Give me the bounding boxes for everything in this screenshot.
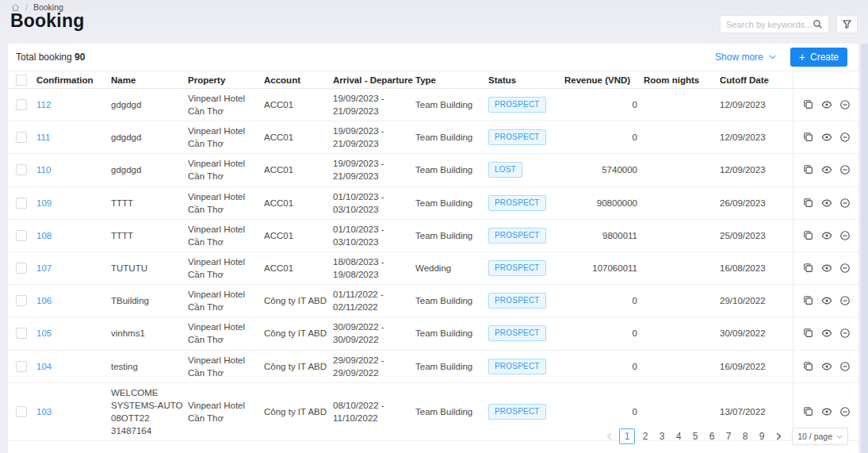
confirmation-link[interactable]: 103 [36,407,52,417]
confirmation-link[interactable]: 110 [36,165,51,175]
copy-action-button[interactable] [802,328,814,340]
filter-button[interactable] [836,15,858,33]
remove-action-button[interactable] [839,164,851,176]
account-cell: Công ty IT ABD [264,324,333,343]
page-size-select[interactable]: 10 / page [792,428,848,445]
copy-action-button[interactable] [802,99,814,111]
remove-action-button[interactable] [839,263,851,274]
confirmation-link[interactable]: 112 [36,100,51,109]
view-action-button[interactable] [820,360,832,372]
copy-action-button[interactable] [802,295,814,307]
arrival-departure-cell: 19/09/2023 - 21/09/2023 [333,121,415,153]
pagination-page-4[interactable]: 4 [672,428,685,444]
row-checkbox[interactable] [16,164,27,175]
chevron-right-icon [776,432,782,440]
pagination-prev-button[interactable] [602,428,615,444]
total-booking: Total booking 90 [16,52,85,63]
remove-action-button[interactable] [839,99,851,111]
copy-action-button[interactable] [802,263,814,274]
total-booking-label: Total booking [16,52,72,63]
copy-action-button[interactable] [802,164,814,176]
row-checkbox[interactable] [16,361,27,372]
view-action-button[interactable] [820,132,832,144]
row-checkbox[interactable] [16,328,27,339]
row-checkbox[interactable] [16,198,27,209]
pagination-page-1[interactable]: 1 [619,428,635,444]
row-checkbox[interactable] [16,263,27,274]
table-row: 106 TBuilding Vinpearl Hotel Cần Thơ Côn… [8,285,858,317]
view-action-button[interactable] [820,164,832,176]
row-checkbox[interactable] [16,406,27,417]
remove-action-button[interactable] [839,132,851,144]
remove-action-button[interactable] [839,328,851,340]
toolbar-right: Show more + Create [715,48,847,67]
remove-action-button[interactable] [839,295,851,307]
table-row: 104 testing Vinpearl Hotel Cần Thơ Công … [8,351,858,383]
confirmation-link[interactable]: 104 [36,362,52,371]
view-action-button[interactable] [820,229,832,241]
type-cell: Team Building [415,357,488,376]
property-cell: Vinpearl Hotel Cần Thơ [188,396,264,428]
confirmation-link[interactable]: 108 [36,231,52,240]
revenue-cell: 0 [564,128,644,147]
confirmation-link[interactable]: 105 [36,328,52,338]
row-checkbox[interactable] [16,132,27,143]
column-header-property[interactable]: Property [188,75,264,85]
pagination-page-9[interactable]: 9 [755,428,768,444]
copy-action-button[interactable] [802,360,814,372]
status-badge: PROSPECT [488,260,546,276]
chevron-down-icon [769,55,776,60]
view-action-button[interactable] [820,263,832,274]
create-button[interactable]: + Create [790,48,847,67]
confirmation-link[interactable]: 106 [36,296,52,305]
remove-action-button[interactable] [839,229,851,241]
confirmation-link[interactable]: 111 [36,132,50,142]
copy-action-button[interactable] [802,229,814,241]
pagination-page-8[interactable]: 8 [739,428,751,444]
pagination-page-7[interactable]: 7 [722,428,735,444]
view-action-button[interactable] [820,328,832,340]
pagination-next-button[interactable] [772,428,785,444]
type-cell: Team Building [415,160,488,179]
view-action-button[interactable] [820,197,832,209]
search-box[interactable] [720,15,829,33]
revenue-cell: 9800011 [564,226,644,245]
column-header-cutoff-date[interactable]: Cutoff Date [720,75,793,85]
column-header-account[interactable]: Account [264,75,333,85]
column-header-confirmation[interactable]: Confirmation [36,75,111,85]
view-action-button[interactable] [820,295,832,307]
column-header-revenue[interactable]: Revenue (VND) [564,75,644,85]
row-checkbox[interactable] [16,295,27,306]
select-all-checkbox[interactable] [16,75,27,86]
minus-circle-icon [839,99,851,110]
pagination-page-3[interactable]: 3 [656,428,668,444]
view-action-button[interactable] [820,405,832,417]
minus-circle-icon [839,295,851,306]
column-header-status[interactable]: Status [488,75,564,85]
search-input[interactable] [726,20,813,29]
account-cell: ACC01 [264,226,333,245]
pagination-page-5[interactable]: 5 [689,428,702,444]
confirmation-link[interactable]: 107 [36,263,52,273]
pagination-page-6[interactable]: 6 [705,428,718,444]
column-header-name[interactable]: Name [111,75,188,85]
vertical-scrollbar[interactable] [861,44,868,453]
view-action-button[interactable] [820,99,832,111]
copy-action-button[interactable] [802,405,814,417]
copy-action-button[interactable] [802,197,814,209]
room-nights-cell [644,167,720,173]
row-checkbox[interactable] [16,230,27,241]
column-header-arrival-departure[interactable]: Arrival - Departure [333,75,415,85]
copy-action-button[interactable] [802,132,814,144]
column-header-room-nights[interactable]: Room nights [644,75,720,85]
column-header-type[interactable]: Type [415,75,488,85]
show-more-button[interactable]: Show more [715,52,776,63]
remove-action-button[interactable] [839,197,851,209]
remove-action-button[interactable] [839,360,851,372]
remove-action-button[interactable] [839,405,851,417]
row-checkbox[interactable] [16,99,27,110]
pagination-page-2[interactable]: 2 [639,428,652,444]
account-cell: Công ty IT ABD [264,291,333,310]
confirmation-link[interactable]: 109 [36,198,52,208]
search-icon[interactable] [813,19,823,29]
